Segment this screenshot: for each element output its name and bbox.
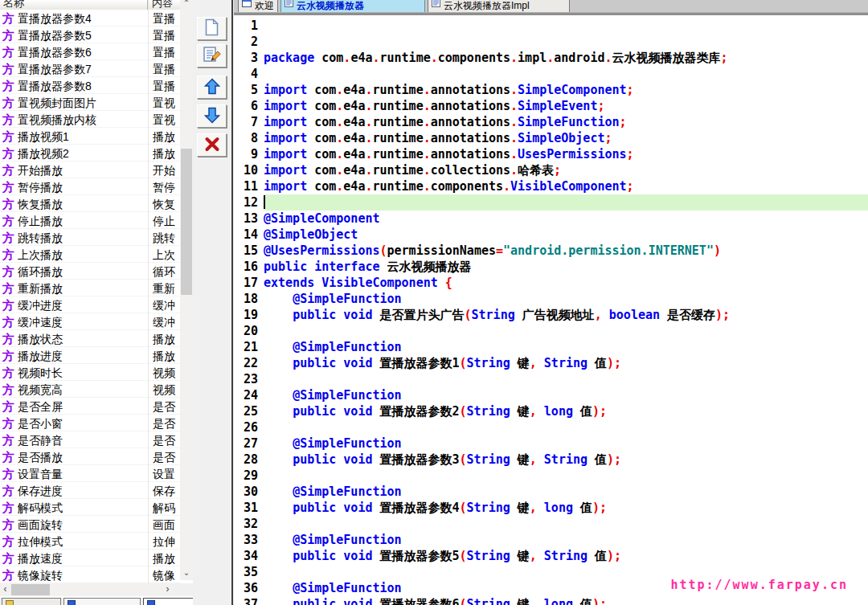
- code-text: @SimpleFunction: [264, 291, 868, 307]
- list-item[interactable]: 方置播放器参数6置播: [0, 43, 180, 60]
- code-line[interactable]: 15@UsesPermissions(permissionNames="andr…: [234, 243, 868, 259]
- list-item[interactable]: 方置视频播放内核置视: [0, 111, 180, 128]
- scroll-up-arrow-icon[interactable]: ⌃: [180, 0, 193, 6]
- list-item[interactable]: 方置视频封面图片置视: [0, 94, 180, 111]
- list-item[interactable]: 方播放状态播放: [0, 330, 180, 347]
- code-line[interactable]: 9import com.e4a.runtime.annotations.Uses…: [234, 146, 868, 162]
- list-item[interactable]: 方暂停播放暂停: [0, 178, 180, 195]
- list-item[interactable]: 方镜像旋转镜像: [0, 566, 180, 583]
- code-line[interactable]: 20: [234, 323, 868, 339]
- code-line[interactable]: 24 @SimpleFunction: [234, 387, 868, 403]
- code-line[interactable]: 10import com.e4a.runtime.collections.哈希表…: [234, 162, 868, 178]
- method-name: 置视频封面图片: [18, 96, 96, 111]
- scroll-down-arrow-icon[interactable]: ⌄: [180, 567, 193, 580]
- list-item[interactable]: 方是否静音是否: [0, 431, 180, 448]
- document-icon: [285, 0, 293, 10]
- code-line[interactable]: 21 @SimpleFunction: [234, 339, 868, 355]
- code-line[interactable]: 8import com.e4a.runtime.annotations.Simp…: [234, 130, 868, 146]
- code-line[interactable]: 33 @SimpleFunction: [234, 532, 868, 548]
- list-item[interactable]: 方停止播放停止: [0, 212, 180, 229]
- list-horizontal-scrollbar[interactable]: ‹ ›: [0, 583, 174, 596]
- list-item[interactable]: 方缓冲速度缓冲: [0, 313, 180, 330]
- method-type-badge: 方: [2, 281, 14, 295]
- bottom-tab-2[interactable]: [63, 598, 141, 605]
- method-type-badge: 方: [2, 501, 14, 514]
- list-item[interactable]: 方保存进度保存: [0, 482, 180, 499]
- method-name: 保存进度: [18, 484, 63, 499]
- method-name: 开始播放: [18, 164, 63, 178]
- list-item[interactable]: 方播放进度播放: [0, 347, 180, 364]
- code-line[interactable]: 13@SimpleComponent: [234, 211, 868, 227]
- scroll-right-arrow-icon[interactable]: ›: [162, 583, 174, 596]
- code-line[interactable]: 30 @SimpleFunction: [234, 484, 868, 500]
- code-line[interactable]: 5import com.e4a.runtime.annotations.Simp…: [234, 82, 868, 98]
- list-item[interactable]: 方跳转播放跳转: [0, 229, 180, 246]
- code-line[interactable]: 3package com.e4a.runtime.components.impl…: [234, 50, 868, 66]
- code-line[interactable]: 28 public void 置播放器参数3(String 键, String …: [234, 452, 868, 468]
- list-item[interactable]: 方拉伸模式拉伸: [0, 533, 180, 550]
- list-item[interactable]: 方置播放器参数4置播: [0, 10, 180, 27]
- code-line[interactable]: 34 public void 置播放器参数5(String 键, String …: [234, 548, 868, 564]
- list-item[interactable]: 方是否全屏是否: [0, 398, 180, 415]
- list-item[interactable]: 方设置音量设置: [0, 465, 180, 482]
- code-line[interactable]: 37 public void 置播放器参数6(String 键, long 值)…: [234, 596, 868, 605]
- list-item[interactable]: 方视频宽高视频: [0, 381, 180, 398]
- tab-player-impl[interactable]: 云水视频播放器Impl: [428, 0, 570, 12]
- list-item[interactable]: 方是否播放是否: [0, 448, 180, 465]
- method-type-badge: 方: [2, 332, 14, 345]
- method-name: 跳转播放: [18, 231, 63, 246]
- code-line[interactable]: 12: [234, 194, 868, 211]
- vertical-scrollbar-thumb[interactable]: [181, 149, 192, 295]
- code-line[interactable]: 4: [234, 66, 868, 82]
- code-line[interactable]: 17extends VisibleComponent {: [234, 275, 868, 291]
- code-line[interactable]: 7import com.e4a.runtime.annotations.Simp…: [234, 114, 868, 130]
- list-item[interactable]: 方播放视频1播放: [0, 128, 180, 145]
- list-item[interactable]: 方画面旋转画面: [0, 516, 180, 533]
- list-item[interactable]: 方重新播放重新: [0, 280, 180, 296]
- code-line[interactable]: 27 @SimpleFunction: [234, 435, 868, 452]
- code-line[interactable]: 11import com.e4a.runtime.components.Visi…: [234, 178, 868, 194]
- list-item[interactable]: 方循环播放循环: [0, 263, 180, 280]
- list-item[interactable]: 方上次播放上次: [0, 246, 180, 263]
- code-line[interactable]: 6import com.e4a.runtime.annotations.Simp…: [234, 98, 868, 114]
- list-item[interactable]: 方解码模式解码: [0, 499, 180, 516]
- code-line[interactable]: 29: [234, 468, 868, 484]
- panel-splitter[interactable]: [231, 0, 233, 605]
- list-item[interactable]: 方缓冲进度缓冲: [0, 296, 180, 313]
- list-item[interactable]: 方是否小窗是否: [0, 415, 180, 431]
- list-item[interactable]: 方开始播放开始: [0, 161, 180, 178]
- list-item[interactable]: 方播放速度播放: [0, 550, 180, 566]
- delete-item-button[interactable]: [197, 133, 227, 157]
- bottom-tab-1[interactable]: [2, 598, 61, 605]
- scroll-left-arrow-icon[interactable]: ‹: [0, 583, 10, 596]
- code-line[interactable]: 23: [234, 371, 868, 387]
- list-item[interactable]: 方播放视频2播放: [0, 145, 180, 161]
- list-item[interactable]: 方视频时长视频: [0, 364, 180, 381]
- edit-item-button[interactable]: [197, 44, 227, 67]
- code-line[interactable]: 25 public void 置播放器参数2(String 键, long 值)…: [234, 403, 868, 419]
- code-line[interactable]: 22 public void 置播放器参数1(String 键, String …: [234, 355, 868, 371]
- tab-welcome[interactable]: 欢迎: [238, 0, 278, 12]
- move-down-button[interactable]: [197, 104, 227, 128]
- code-line[interactable]: 19 public void 是否置片头广告(String 广告视频地址, bo…: [234, 307, 868, 323]
- list-vertical-scrollbar[interactable]: ⌃ ⌄: [180, 0, 193, 580]
- code-line[interactable]: 26: [234, 419, 868, 435]
- list-item[interactable]: 方恢复播放恢复: [0, 195, 180, 212]
- tab-player-interface[interactable]: 云水视频播放器: [280, 0, 425, 12]
- method-name: 设置音量: [18, 468, 63, 482]
- editor-tab-bar: 欢迎 云水视频播放器 云水视频播放器Impl: [234, 0, 868, 12]
- move-up-button[interactable]: [197, 76, 227, 99]
- list-item[interactable]: 方置播放器参数7置播: [0, 60, 180, 77]
- code-line[interactable]: 14@SimpleObject: [234, 227, 868, 243]
- code-lines[interactable]: 123package com.e4a.runtime.components.im…: [234, 15, 868, 605]
- code-line[interactable]: 2: [234, 34, 868, 50]
- code-line[interactable]: 31 public void 置播放器参数4(String 键, long 值)…: [234, 500, 868, 516]
- code-line[interactable]: 1: [234, 18, 868, 34]
- list-item[interactable]: 方置播放器参数8置播: [0, 77, 180, 94]
- code-line[interactable]: 18 @SimpleFunction: [234, 291, 868, 307]
- new-item-button[interactable]: [197, 17, 227, 40]
- list-item[interactable]: 方置播放器参数5置播: [0, 27, 180, 43]
- code-line[interactable]: 16public interface 云水视频播放器: [234, 259, 868, 275]
- horizontal-scrollbar-thumb[interactable]: [11, 584, 50, 595]
- code-line[interactable]: 32: [234, 516, 868, 532]
